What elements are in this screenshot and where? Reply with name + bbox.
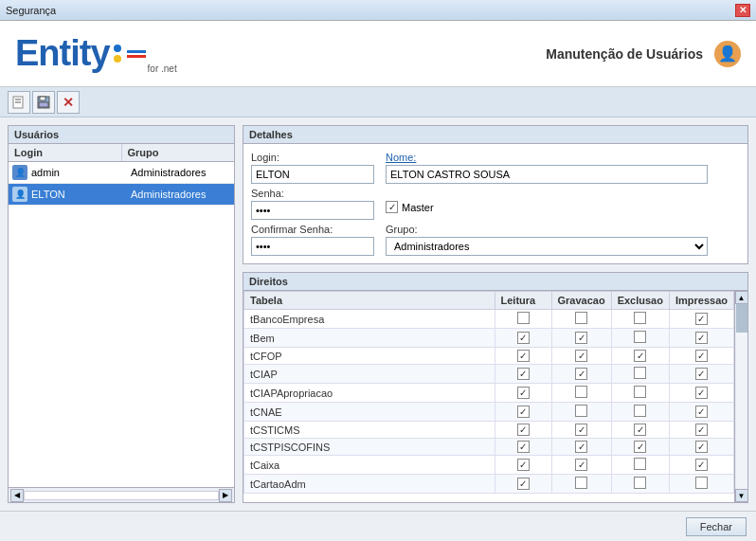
impressao-cell: [669, 329, 733, 348]
permission-checkbox[interactable]: [695, 459, 708, 471]
permission-checkbox[interactable]: [634, 331, 646, 343]
table-row: tCIAPApropriacao: [244, 384, 734, 403]
tabela-cell: tBem: [244, 329, 495, 348]
table-row: tCIAP: [244, 365, 734, 384]
permission-checkbox[interactable]: [517, 312, 530, 324]
permission-checkbox[interactable]: [634, 350, 646, 362]
permission-checkbox[interactable]: [695, 441, 708, 453]
leitura-cell: [495, 403, 551, 422]
master-label: Master: [402, 202, 434, 213]
permission-checkbox[interactable]: [575, 405, 587, 417]
grupo-select[interactable]: AdministradoresUsuáriosVisitantes: [386, 237, 708, 256]
impressao-cell: [669, 439, 733, 456]
nome-input[interactable]: [386, 165, 708, 184]
login-input[interactable]: [251, 165, 374, 184]
permission-checkbox[interactable]: [695, 350, 708, 362]
gravacao-cell: [551, 422, 611, 439]
leitura-cell: [495, 384, 551, 403]
leitura-cell: [495, 348, 551, 365]
permission-checkbox[interactable]: [575, 312, 587, 324]
exclusao-cell: [611, 365, 669, 384]
permission-checkbox[interactable]: [575, 368, 587, 380]
scroll-down-btn[interactable]: ▼: [735, 489, 748, 502]
form-row-3: Confirmar Senha: Grupo: AdministradoresU…: [251, 224, 740, 256]
direitos-table-scroll[interactable]: Tabela Leitura Gravacao Exclusao Impress…: [243, 291, 734, 502]
confirmar-input[interactable]: [251, 237, 374, 256]
field-senha: Senha:: [251, 188, 374, 220]
permission-checkbox[interactable]: [634, 386, 646, 398]
permission-checkbox[interactable]: [695, 477, 708, 489]
scroll-up-btn[interactable]: ▲: [735, 291, 748, 304]
exclusao-cell: [611, 348, 669, 365]
impressao-cell: [669, 475, 733, 494]
permission-checkbox[interactable]: [517, 332, 530, 344]
permission-checkbox[interactable]: [575, 332, 587, 344]
scroll-left-btn[interactable]: ◀: [10, 489, 24, 502]
permission-checkbox[interactable]: [575, 350, 587, 362]
permission-checkbox[interactable]: [517, 478, 530, 490]
permission-checkbox[interactable]: [634, 367, 646, 379]
impressao-cell: [669, 456, 733, 475]
hscroll-track[interactable]: [24, 491, 219, 500]
table-row: tCNAE: [244, 403, 734, 422]
logo-lines: [127, 50, 146, 58]
user-name: ELTON: [31, 189, 131, 200]
vscroll-thumb[interactable]: [736, 304, 747, 333]
permission-checkbox[interactable]: [695, 368, 708, 380]
senha-input[interactable]: [251, 201, 374, 220]
leitura-cell: [495, 456, 551, 475]
header: Entity for .net Manutenção de Usuários 👤: [0, 21, 756, 87]
fechar-button[interactable]: Fechar: [686, 517, 747, 536]
gravacao-cell: [551, 439, 611, 456]
permission-checkbox[interactable]: [634, 458, 646, 470]
exclusao-cell: [611, 439, 669, 456]
permission-checkbox[interactable]: [517, 424, 530, 436]
permission-checkbox[interactable]: [634, 441, 646, 453]
permission-checkbox[interactable]: [575, 441, 587, 453]
direitos-box: Direitos Tabela Leitura Gravacao Exclusa…: [243, 272, 748, 503]
permission-checkbox[interactable]: [695, 424, 708, 436]
permission-checkbox[interactable]: [517, 441, 530, 453]
tabela-cell: tCaixa: [244, 456, 495, 475]
permission-checkbox[interactable]: [634, 424, 646, 436]
scroll-area-bottom: ◀ ▶: [9, 487, 234, 502]
permission-checkbox[interactable]: [575, 386, 587, 398]
save-button[interactable]: [32, 91, 55, 114]
permission-checkbox[interactable]: [634, 312, 646, 324]
permission-checkbox[interactable]: [517, 368, 530, 380]
permission-checkbox[interactable]: [695, 406, 708, 418]
close-button[interactable]: ✕: [735, 4, 750, 17]
scroll-right-btn[interactable]: ▶: [219, 489, 232, 502]
user-row[interactable]: 👤 ELTON Administradores: [9, 184, 234, 206]
exclusao-cell: [611, 384, 669, 403]
permission-checkbox[interactable]: [517, 459, 530, 471]
logo-entity-text: Entity: [15, 33, 110, 74]
permission-checkbox[interactable]: [517, 387, 530, 399]
permission-checkbox[interactable]: [634, 477, 646, 489]
delete-button[interactable]: ✕: [57, 91, 80, 114]
user-name: admin: [31, 167, 131, 178]
permission-checkbox[interactable]: [575, 459, 587, 471]
new-button[interactable]: [8, 91, 30, 114]
user-row[interactable]: 👤 admin Administradores: [9, 162, 234, 184]
permission-checkbox[interactable]: [695, 332, 708, 344]
permission-checkbox[interactable]: [634, 405, 646, 417]
master-checkbox[interactable]: [386, 201, 398, 213]
th-tabela: Tabela: [244, 292, 495, 310]
permission-checkbox[interactable]: [517, 406, 530, 418]
permission-checkbox[interactable]: [695, 387, 708, 399]
leitura-cell: [495, 329, 551, 348]
svg-rect-4: [40, 97, 45, 100]
permission-checkbox[interactable]: [517, 350, 530, 362]
permission-checkbox[interactable]: [575, 424, 587, 436]
field-grupo: Grupo: AdministradoresUsuáriosVisitantes: [386, 224, 708, 256]
table-row: tCaixa: [244, 456, 734, 475]
permission-checkbox[interactable]: [575, 477, 587, 489]
title-bar: Segurança ✕: [0, 0, 756, 21]
exclusao-cell: [611, 403, 669, 422]
field-login: Login:: [251, 152, 374, 184]
master-row: Master: [386, 188, 434, 213]
permission-checkbox[interactable]: [695, 313, 708, 325]
table-row: tCartaoAdm: [244, 475, 734, 494]
usuarios-panel-title: Usuários: [9, 126, 234, 144]
